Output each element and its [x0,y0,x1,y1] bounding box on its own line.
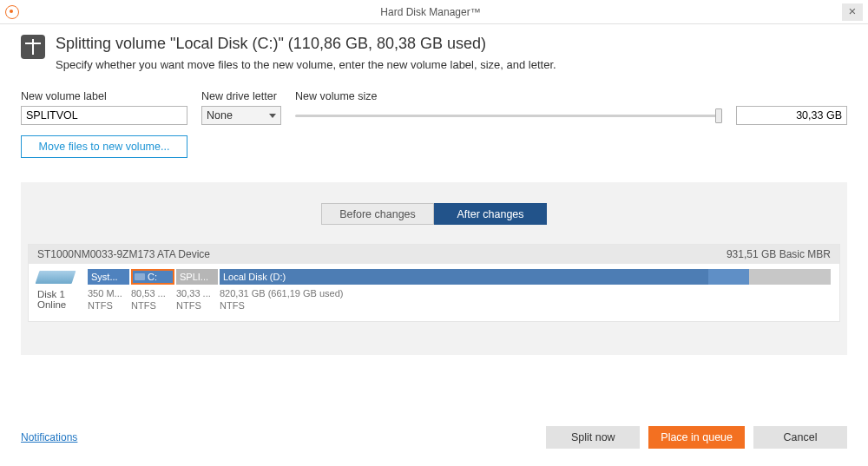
volume-icon [135,273,145,280]
app-icon [5,5,19,19]
disk-device-name: ST1000NM0033-9ZM173 ATA Device [37,248,210,260]
partition-d[interactable]: Local Disk (D:) 820,31 GB (661,19 GB use… [220,269,831,312]
disk-icon [36,271,76,284]
volume-label-input[interactable] [21,106,187,125]
volume-size-caption: New volume size [295,90,722,102]
cancel-button[interactable]: Cancel [753,426,847,449]
tab-after-changes[interactable]: After changes [434,203,547,225]
drive-letter-select[interactable]: None [201,106,281,125]
disk-summary: 931,51 GB Basic MBR [727,248,831,260]
drive-letter-value: None [207,109,233,121]
slider-thumb[interactable] [715,108,722,123]
chevron-down-icon [269,114,276,118]
disk-preview-panel: Before changes After changes ST1000NM003… [21,182,847,355]
volume-size-input[interactable] [736,106,847,125]
tab-before-changes[interactable]: Before changes [321,203,434,225]
move-files-button[interactable]: Move files to new volume... [21,135,187,158]
disk-status: Online [37,299,86,310]
disk-info: Disk 1 Online [37,269,86,310]
window-title: Hard Disk Manager™ [19,6,842,18]
partition-splitvol[interactable]: SPLI... 30,33 ... NTFS [176,269,218,312]
title-bar: Hard Disk Manager™ × [0,0,868,24]
notifications-link[interactable]: Notifications [21,431,77,443]
close-button[interactable]: × [842,3,863,21]
volume-label-caption: New volume label [21,90,187,102]
partition-system[interactable]: Syst... 350 M... NTFS [88,269,129,312]
split-now-button[interactable]: Split now [546,426,640,449]
partition-c[interactable]: C: 80,53 ... NTFS [131,269,174,312]
volume-size-slider[interactable] [295,115,722,117]
split-volume-icon [21,35,45,59]
page-title: Splitting volume "Local Disk (C:)" (110,… [56,35,556,53]
page-subtitle: Specify whether you want move files to t… [56,58,556,71]
place-in-queue-button[interactable]: Place in queue [648,426,745,449]
disk-name: Disk 1 [37,289,86,299]
drive-letter-caption: New drive letter [201,90,281,102]
